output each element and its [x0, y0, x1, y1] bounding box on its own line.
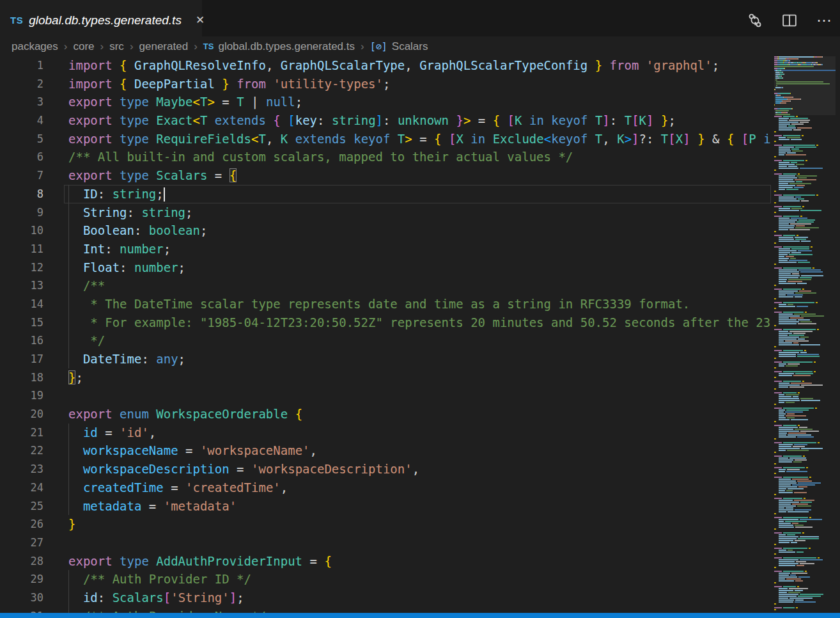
code-line[interactable]: export type Maybe<T> = T | null;: [64, 93, 771, 111]
gutter: 1234567891011121314151617181920212223242…: [0, 56, 64, 613]
code-line[interactable]: export type AddAuthProviderInput = {: [64, 552, 771, 571]
breadcrumb-item-generated[interactable]: generated: [139, 40, 189, 53]
line-number: 20: [0, 405, 64, 424]
line-number: 14: [0, 295, 64, 313]
breadcrumb-item-symbol[interactable]: [⊘]Scalars: [370, 40, 428, 53]
line-number: 29: [0, 570, 64, 589]
breadcrumb-item-core[interactable]: core: [73, 40, 94, 53]
line-number: 19: [0, 386, 64, 405]
line-number: 22: [0, 441, 64, 460]
status-bar-strip: [0, 613, 840, 618]
code-line[interactable]: }: [64, 515, 771, 534]
line-number: 21: [0, 424, 64, 442]
line-number: 18: [0, 368, 64, 387]
line-number: 9: [0, 203, 64, 222]
code-line[interactable]: ID: string;: [64, 185, 771, 203]
code-line[interactable]: [64, 534, 771, 552]
code-line[interactable]: DateTime: any;: [64, 350, 771, 368]
code-line[interactable]: /** All built-in and custom scalars, map…: [64, 148, 771, 166]
code-line[interactable]: * The DateTime scalar type represents da…: [64, 295, 771, 313]
line-number: 17: [0, 350, 64, 368]
line-number: 1: [0, 56, 64, 75]
code-line[interactable]: /** Auth Provider ID */: [64, 570, 771, 589]
breadcrumb-separator: ›: [64, 40, 68, 53]
code-line[interactable]: createdTime = 'createdTime',: [64, 479, 771, 497]
type-symbol-icon: [⊘]: [370, 41, 387, 52]
code-line[interactable]: /**: [64, 276, 771, 295]
breadcrumb-separator: ›: [130, 40, 134, 53]
code-line[interactable]: /** Auth Provider Name */: [64, 607, 771, 613]
code-line[interactable]: Boolean: boolean;: [64, 221, 771, 240]
code-line[interactable]: export type Scalars = {: [64, 166, 771, 185]
line-number: 27: [0, 534, 64, 552]
typescript-file-icon: TS: [10, 15, 23, 26]
code-line[interactable]: };: [64, 368, 771, 387]
code-line[interactable]: [64, 386, 771, 405]
line-number: 25: [0, 497, 64, 516]
text-cursor: [164, 187, 165, 202]
tab-title: global.db.types.generated.ts: [29, 13, 182, 28]
code-line[interactable]: * For example: "1985-04-12T23:20:50.52Z"…: [64, 313, 771, 332]
line-number: 8: [0, 185, 64, 203]
tab-global-db-types[interactable]: TS global.db.types.generated.ts ✕: [0, 0, 202, 36]
code-editor: 1234567891011121314151617181920212223242…: [0, 56, 840, 613]
breadcrumb-item-file[interactable]: TSglobal.db.types.generated.ts: [203, 40, 355, 53]
code-line[interactable]: workspaceDescription = 'workspaceDescrip…: [64, 460, 771, 479]
line-number: 26: [0, 515, 64, 534]
code-line[interactable]: export type RequireFields<T, K extends k…: [64, 130, 771, 148]
code-line[interactable]: id = 'id',: [64, 424, 771, 442]
code-line[interactable]: workspaceName = 'workspaceName',: [64, 441, 771, 460]
code-line[interactable]: */: [64, 331, 771, 350]
breadcrumb-separator: ›: [361, 40, 364, 53]
breadcrumb-separator: ›: [100, 40, 104, 53]
line-number: 12: [0, 258, 64, 277]
line-number: 13: [0, 276, 64, 295]
code-lines[interactable]: import { GraphQLResolveInfo, GraphQLScal…: [64, 56, 771, 613]
line-number: 30: [0, 589, 64, 607]
line-number: 24: [0, 479, 64, 497]
line-number: 6: [0, 148, 64, 166]
close-tab-icon[interactable]: ✕: [193, 12, 207, 28]
line-number: 4: [0, 111, 64, 130]
line-number: 5: [0, 130, 64, 148]
line-number: 7: [0, 166, 64, 185]
split-editor-icon[interactable]: [780, 11, 799, 30]
line-number: 31: [0, 607, 64, 613]
open-changes-icon[interactable]: [745, 11, 765, 30]
code-line[interactable]: import { GraphQLResolveInfo, GraphQLScal…: [64, 56, 771, 75]
code-line[interactable]: String: string;: [64, 203, 771, 222]
breadcrumb-separator: ›: [194, 40, 198, 53]
code-line[interactable]: Float: number;: [64, 258, 771, 277]
tab-bar: TS global.db.types.generated.ts ✕ ⋯: [0, 0, 840, 36]
code-line[interactable]: export enum WorkspaceOrderable {: [64, 405, 771, 424]
more-actions-icon[interactable]: ⋯: [814, 11, 834, 30]
line-number: 3: [0, 93, 64, 111]
code-line[interactable]: metadata = 'metadata': [64, 497, 771, 516]
editor-actions: ⋯: [745, 4, 834, 36]
line-number: 28: [0, 552, 64, 571]
line-number: 2: [0, 75, 64, 93]
breadcrumb-item-src[interactable]: src: [109, 40, 124, 53]
line-number: 16: [0, 331, 64, 350]
typescript-file-icon: TS: [203, 42, 214, 51]
line-number: 23: [0, 460, 64, 479]
code-line[interactable]: import { DeepPartial } from 'utility-typ…: [64, 75, 771, 93]
line-number: 10: [0, 221, 64, 240]
code-line[interactable]: Int: number;: [64, 240, 771, 258]
breadcrumb: packages›core›src›generated›TSglobal.db.…: [0, 36, 840, 56]
breadcrumb-item-packages[interactable]: packages: [12, 40, 58, 53]
code-line[interactable]: id: Scalars['String'];: [64, 589, 771, 607]
code-line[interactable]: export type Exact<T extends { [key: stri…: [64, 111, 771, 130]
line-number: 15: [0, 313, 64, 332]
line-number: 11: [0, 240, 64, 258]
minimap[interactable]: [774, 56, 836, 613]
